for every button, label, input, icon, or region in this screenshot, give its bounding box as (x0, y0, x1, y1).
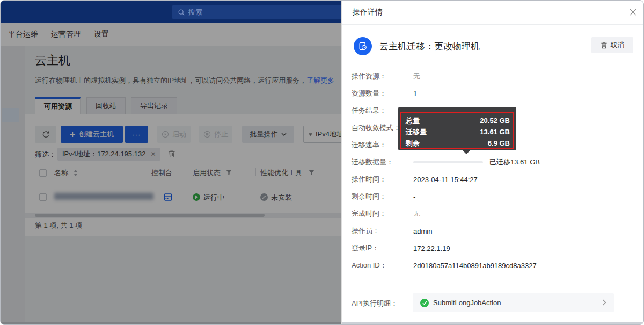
colon: ： (380, 261, 387, 269)
field-label: 任务结果 (352, 106, 379, 114)
api-action-row[interactable]: SubmitLongJobAction (413, 293, 614, 312)
field-value: 2023-04-11 15:44:27 (413, 176, 478, 184)
field-label: Action ID (352, 261, 380, 269)
colon: ： (379, 210, 386, 218)
tooltip-row-remaining: 剩余 6.9 GB (406, 138, 510, 149)
tooltip-label: 迁移量 (406, 127, 427, 137)
operation-detail-panel: 操作详情 云主机迁移：更改物理机 取消 操作资源： 无 (341, 1, 644, 325)
operation-title: 云主机迁移：更改物理机 (379, 40, 480, 53)
field-label: 完成时间 (352, 210, 379, 218)
modal-overlay[interactable] (1, 23, 341, 325)
dashed-divider (352, 283, 635, 283)
field-login-ip: 登录IP： 172.22.1.19 (352, 240, 636, 257)
tooltip-row-total: 总量 20.52 GB (406, 115, 510, 126)
tooltip-row-migrated: 迁移量 13.61 GB (406, 126, 510, 138)
cancel-operation-button[interactable]: 取消 (591, 37, 633, 53)
field-operator: 操作员： admin (352, 222, 636, 240)
migration-tooltip: 总量 20.52 GB 迁移量 13.61 GB 剩余 6.9 GB (398, 107, 516, 150)
field-value: - (413, 193, 415, 201)
panel-title: 操作详情 (353, 8, 383, 17)
cancel-label: 取消 (611, 40, 625, 50)
tooltip-value: 6.9 GB (488, 139, 510, 147)
migration-task-icon (354, 37, 372, 55)
tooltip-value: 20.52 GB (480, 117, 510, 125)
field-value: 无 (413, 209, 420, 219)
colon: ： (372, 227, 379, 235)
close-icon[interactable] (630, 8, 636, 18)
colon: ： (386, 158, 393, 166)
search-icon (178, 9, 185, 16)
field-value: 172.22.1.19 (413, 244, 450, 252)
field-label: 自动收敛模式 (352, 124, 393, 132)
panel-header: 操作详情 (342, 1, 644, 25)
field-operation-resource: 操作资源： 无 (352, 68, 636, 85)
field-label: 剩余时间 (352, 192, 379, 200)
app-window: 平台运维 运营管理 设置 云主机 运行在物理机上的虚拟机实例，具有独立的IP地址… (0, 0, 644, 325)
colon: ： (372, 244, 379, 252)
field-resource-count: 资源数量： 1 (352, 85, 636, 102)
tooltip-rows: 总量 20.52 GB 迁移量 13.61 GB 剩余 6.9 GB (406, 115, 510, 149)
api-detail-label-text: API执行明细 (352, 299, 391, 307)
search-input[interactable] (188, 8, 338, 16)
api-action-name: SubmitLongJobAction (433, 299, 598, 307)
migrated-amount-label: 已迁移13.61 GB (489, 157, 540, 167)
field-operation-time: 操作时间： 2023-04-11 15:44:27 (352, 171, 636, 188)
tooltip-arrow (463, 150, 470, 154)
field-label: 操作资源 (352, 72, 379, 80)
field-value: 无 (413, 71, 420, 81)
detail-fields: 操作资源： 无 资源数量： 1 任务结果： 自动收敛模式： 迁移速率： 迁移数据… (352, 68, 636, 274)
colon: ： (379, 106, 386, 114)
api-detail-label: API执行明细： (352, 299, 398, 308)
chevron-right-icon[interactable] (602, 298, 606, 308)
field-label: 操作员 (352, 227, 372, 235)
field-label: 迁移速率 (352, 141, 379, 149)
field-label: 操作时间 (352, 175, 379, 183)
colon: ： (379, 141, 386, 149)
field-label: 资源数量 (352, 89, 379, 97)
field-label: 登录IP (352, 244, 372, 252)
window-bottom-edge (342, 322, 644, 325)
field-action-id: Action ID： 2d0180a57a114b0891ab9189cd8a3… (352, 257, 636, 274)
field-value: 1 (413, 90, 417, 98)
field-value: 2d0180a57a114b0891ab9189cd8a3327 (413, 262, 537, 270)
colon: ： (391, 299, 398, 307)
field-remaining-time: 剩余时间： - (352, 188, 636, 205)
field-value: admin (413, 227, 432, 235)
tooltip-label: 剩余 (406, 139, 420, 148)
colon: ： (379, 192, 386, 200)
field-label: 迁移数据量 (352, 158, 386, 166)
migration-progress-bar[interactable] (413, 161, 483, 163)
global-search[interactable] (172, 5, 343, 19)
success-check-icon (420, 299, 429, 307)
field-completion-time: 完成时间： 无 (352, 205, 636, 222)
field-migrated-data: 迁移数据量： 已迁移13.61 GB (352, 154, 636, 171)
tooltip-value: 13.61 GB (480, 128, 510, 136)
trash-icon (601, 41, 608, 49)
colon: ： (379, 72, 386, 80)
colon: ： (379, 89, 386, 97)
tooltip-label: 总量 (406, 116, 420, 126)
colon: ： (379, 175, 386, 183)
